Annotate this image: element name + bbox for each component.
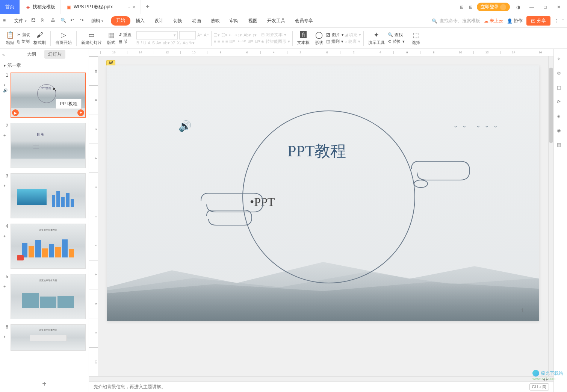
more-icon[interactable]: ⋮ — [554, 18, 559, 24]
text-box-button[interactable]: 🅰文本框 — [295, 30, 312, 46]
slide-thumbnail-6[interactable]: 6✦ 比亚迪半导体方案 — [3, 324, 86, 351]
edit-dropdown[interactable]: 编辑 ▾ — [88, 16, 106, 26]
convert-smart-button[interactable]: ◈转智能图形▾ — [261, 39, 290, 44]
cut-button[interactable]: ✂剪切 — [17, 32, 30, 38]
search-input[interactable]: 🔍查找命令、搜索模板 — [432, 18, 480, 24]
demo-tools-button[interactable]: ✦演示工具 — [366, 30, 387, 46]
tab-devtools[interactable]: 开发工具 — [263, 16, 290, 26]
select-button[interactable]: ⬚选择 — [410, 30, 422, 46]
theme-button[interactable]: ◑ — [513, 2, 523, 12]
tab-animation[interactable]: 动画 — [187, 16, 206, 26]
panel-icon[interactable]: ▤ — [557, 142, 564, 150]
close-button[interactable]: ✕ — [553, 2, 564, 12]
indent-inc-icon[interactable]: ⇥ — [234, 33, 237, 38]
font-shrink-icon[interactable]: A⁻ — [204, 33, 209, 38]
slide-thumbnail-3[interactable]: 3✦ — [3, 173, 86, 218]
strike-icon[interactable]: S — [152, 41, 155, 45]
change-case-icon[interactable]: Aa — [183, 41, 187, 45]
columns-icon[interactable]: ▥▾ — [229, 39, 235, 44]
tab-slideshow[interactable]: 放映 — [206, 16, 224, 26]
format-painter-button[interactable]: 🖌格式刷 — [31, 30, 48, 46]
outline-tab[interactable]: 大纲 — [23, 50, 40, 59]
align-justify-icon[interactable]: ≡ — [225, 39, 228, 44]
tab-insert[interactable]: 插入 — [131, 16, 149, 26]
line-spacing-icon[interactable]: ↕▾ — [238, 33, 242, 38]
style-icon[interactable]: ◫ — [557, 85, 564, 92]
subscript-icon[interactable]: X₂ — [177, 41, 181, 45]
reset-button[interactable]: ↺重置 — [118, 32, 132, 38]
indent-dec-icon[interactable]: ⇤ — [229, 33, 232, 38]
help-icon[interactable]: ◉ — [557, 128, 564, 135]
minimize-button[interactable]: — — [526, 2, 537, 12]
italic-icon[interactable]: I — [141, 41, 142, 45]
align-text-button[interactable]: ⊟对齐文本▾ — [261, 32, 290, 38]
slide-thumbnail-4[interactable]: 4✦ 比亚迪半导体方案 — [3, 224, 86, 269]
undo-icon[interactable]: ↶ — [70, 18, 77, 24]
login-button[interactable]: 立即登录 — [477, 3, 510, 11]
strikethrough-icon[interactable]: A — [148, 41, 150, 45]
save-icon[interactable]: 🖫 — [31, 18, 38, 24]
tab-start[interactable]: 开始 — [111, 16, 130, 26]
apps-icon[interactable]: ⊞ — [468, 4, 474, 10]
collab-button[interactable]: 👤协作 — [507, 18, 523, 24]
close-icon[interactable]: × — [132, 4, 135, 10]
tab-design[interactable]: 设计 — [150, 16, 168, 26]
align-center-icon[interactable]: ≡ — [218, 39, 220, 44]
slide-title[interactable]: PPT教程 — [287, 141, 346, 162]
preview-icon[interactable]: 🔍 — [60, 18, 67, 24]
scrollbar-vertical[interactable] — [548, 56, 553, 376]
font-select[interactable]: ▾ — [136, 31, 178, 39]
speaker-icon[interactable]: 🔊 — [178, 120, 192, 132]
collapse-ribbon-icon[interactable]: ˆ — [562, 18, 564, 24]
hamburger-icon[interactable]: ≡ — [3, 18, 10, 24]
chapter-label[interactable]: ▼第一章 — [0, 60, 89, 71]
animation-panel-icon[interactable]: ⟳ — [557, 99, 564, 107]
layout-button[interactable]: ▦版式 — [105, 30, 118, 46]
new-slide-button[interactable]: ▭新建幻灯片 — [79, 30, 104, 46]
numbering-icon[interactable]: ☷▾ — [221, 33, 227, 38]
notes-bar[interactable]: 先介绍背景信息，再进入主题讲解。 CH ♪ 简 — [89, 381, 553, 392]
print-icon[interactable]: 🖶 — [51, 18, 57, 24]
add-thumb-icon[interactable]: + — [77, 109, 84, 116]
text-dir-icon[interactable]: Ab▾ — [243, 33, 251, 38]
add-slide-button[interactable]: + — [0, 376, 89, 392]
slide-thumbnail-2[interactable]: 2✦ 目 录————————— — [3, 123, 86, 168]
paste-button[interactable]: 📋粘贴 — [4, 30, 17, 46]
tab-transition[interactable]: 切换 — [169, 16, 187, 26]
align-right-icon[interactable]: ≡ — [222, 39, 224, 44]
file-menu[interactable]: 文件▾ — [11, 16, 30, 26]
tab-menu-icon[interactable]: ▫ — [129, 5, 130, 10]
spacing-icon[interactable]: ⟷▾ — [238, 39, 246, 44]
find-button[interactable]: 🔍查找 — [388, 32, 405, 38]
clear-format-icon[interactable]: ✎▾ — [189, 41, 195, 45]
scrollbar-horizontal[interactable]: ◂ ▸ — [89, 376, 553, 381]
font-size-select[interactable] — [179, 31, 196, 39]
tab-document[interactable]: ▣WPS PPT教程.pptx▫× — [61, 0, 141, 14]
tab-home[interactable]: 首页 — [0, 0, 20, 14]
highlight-icon[interactable]: ab▾ — [163, 41, 169, 45]
tab-templates[interactable]: ◈找稻壳模板 — [20, 0, 61, 14]
note-tag-a6[interactable]: A6 — [106, 60, 115, 66]
tab-icon[interactable]: ⊟▾ — [255, 39, 260, 44]
ime-indicator[interactable]: CH ♪ 简 — [529, 383, 549, 390]
tab-review[interactable]: 审阅 — [225, 16, 243, 26]
share-button[interactable]: ⮹分享 — [526, 16, 550, 26]
resource-icon[interactable]: ◈ — [557, 114, 564, 121]
font-grow-icon[interactable]: A⁺ — [197, 33, 202, 38]
superscript-icon[interactable]: X² — [171, 41, 175, 45]
cloud-status[interactable]: ☁未上云 — [484, 18, 503, 24]
tab-view[interactable]: 视图 — [244, 16, 262, 26]
slide-thumbnail-1[interactable]: 1✦🔊 PPT教程 ↖ PPT教程 ▶ + — [3, 73, 86, 118]
collapse-icon[interactable]: « — [2, 52, 5, 57]
underline-icon[interactable]: U — [143, 41, 146, 45]
fill-button[interactable]: ◢填充▾ — [345, 32, 361, 38]
tab-member[interactable]: 会员专享 — [290, 16, 318, 26]
margins-icon[interactable]: ⊞▾ — [248, 39, 253, 44]
slide-canvas[interactable]: PPT教程 •PPT ⌄⌄ ⌄⌄⌄ 🔊 1 — [107, 65, 539, 321]
settings-icon[interactable]: ⚙ — [557, 71, 564, 78]
section-button[interactable]: ▤节 — [118, 39, 132, 44]
maximize-button[interactable]: □ — [540, 2, 550, 12]
replace-button[interactable]: ⟲替换▾ — [388, 39, 405, 44]
bold-icon[interactable]: B — [136, 41, 139, 45]
from-current-button[interactable]: ▷当页开始 — [53, 30, 74, 46]
